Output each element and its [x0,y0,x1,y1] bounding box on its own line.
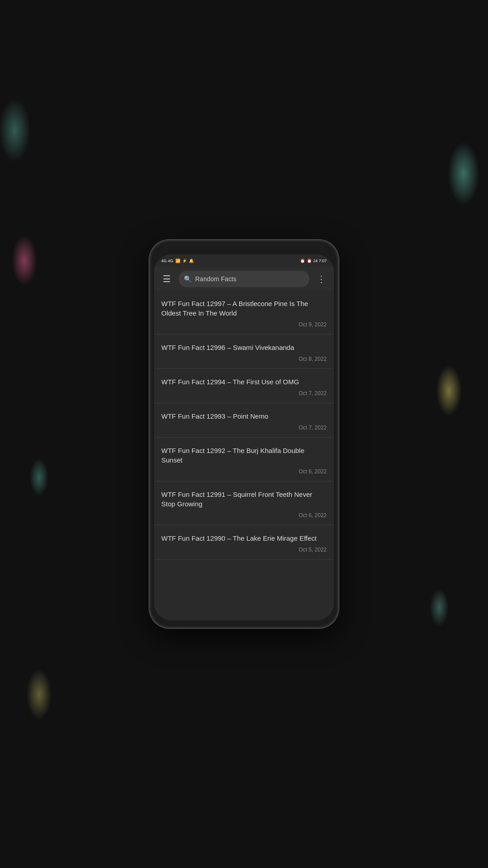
app-bar: ☰ 🔍 Random Facts ⋮ [154,267,334,291]
menu-button[interactable]: ☰ [160,274,174,284]
status-right: ⏰ ⏰ 24 7:07 [300,259,327,263]
list-item[interactable]: WTF Fun Fact 12991 – Squirrel Front Teet… [154,481,334,525]
fact-title: WTF Fun Fact 12993 – Point Nemo [161,411,327,421]
fact-title: WTF Fun Fact 12990 – The Lake Erie Mirag… [161,533,327,543]
phone-screen: 4G 4G 📶 ⚡ 🔔 ⏰ ⏰ 24 7:07 ☰ 🔍 Random Facts… [154,255,334,620]
status-left: 4G 4G 📶 ⚡ 🔔 [161,259,194,263]
search-bar[interactable]: 🔍 Random Facts [178,271,310,287]
power-button [338,354,339,386]
list-item[interactable]: WTF Fun Fact 12992 – The Burj Khalifa Do… [154,438,334,481]
list-item[interactable]: WTF Fun Fact 12993 – Point NemoOct 7, 20… [154,403,334,438]
battery-text: ⏰ 24 7:07 [307,259,327,263]
bell-icon: 🔔 [189,259,194,263]
search-label: Random Facts [195,275,236,283]
wifi-icon: 📶 [175,259,180,263]
phone-container: 4G 4G 📶 ⚡ 🔔 ⏰ ⏰ 24 7:07 ☰ 🔍 Random Facts… [149,240,339,628]
fact-date: Oct 5, 2022 [161,547,327,553]
status-bar: 4G 4G 📶 ⚡ 🔔 ⏰ ⏰ 24 7:07 [154,255,334,267]
fact-title: WTF Fun Fact 12992 – The Burj Khalifa Do… [161,446,327,465]
usb-icon: ⚡ [182,259,187,263]
fact-title: WTF Fun Fact 12991 – Squirrel Front Teet… [161,490,327,509]
fact-date: Oct 7, 2022 [161,425,327,431]
list-item[interactable]: WTF Fun Fact 12996 – Swami VivekanandaOc… [154,335,334,369]
search-icon: 🔍 [184,275,192,283]
signal-icons: 4G 4G [161,259,174,263]
fact-title: WTF Fun Fact 12997 – A Bristlecone Pine … [161,299,327,318]
fact-date: Oct 6, 2022 [161,468,327,475]
list-item[interactable]: WTF Fun Fact 12997 – A Bristlecone Pine … [154,291,334,335]
fact-date: Oct 9, 2022 [161,321,327,328]
fact-date: Oct 6, 2022 [161,512,327,519]
fact-date: Oct 7, 2022 [161,390,327,396]
more-options-button[interactable]: ⋮ [314,274,328,284]
list-item[interactable]: WTF Fun Fact 12990 – The Lake Erie Mirag… [154,525,334,560]
facts-list: WTF Fun Fact 12997 – A Bristlecone Pine … [154,291,334,620]
alarm-icon: ⏰ [300,259,305,263]
fact-title: WTF Fun Fact 12994 – The First Use of OM… [161,377,327,387]
list-item[interactable]: WTF Fun Fact 12994 – The First Use of OM… [154,369,334,403]
phone-frame: 4G 4G 📶 ⚡ 🔔 ⏰ ⏰ 24 7:07 ☰ 🔍 Random Facts… [149,240,339,628]
fact-date: Oct 8, 2022 [161,356,327,362]
volume-button [149,331,150,354]
fact-title: WTF Fun Fact 12996 – Swami Vivekananda [161,343,327,352]
